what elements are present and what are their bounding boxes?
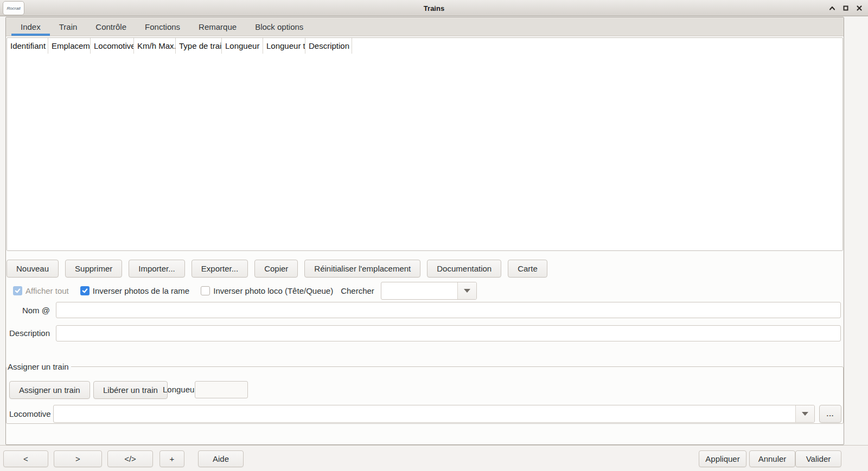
trains-table: Identifiant Emplacement Locomotive Km/h … (7, 37, 843, 251)
titlebar[interactable]: Rocrail Trains (0, 0, 868, 16)
col-description[interactable]: Description (305, 38, 352, 54)
prev-button[interactable]: < (3, 450, 48, 467)
col-locomotive[interactable]: Locomotive (91, 38, 134, 54)
inverser-photos-rame-checkbox[interactable]: Inverser photos de la rame (80, 286, 189, 295)
supprimer-button[interactable]: Supprimer (65, 260, 122, 278)
longueur-label: Longueur (163, 385, 197, 394)
tab-controle[interactable]: Contrôle (86, 17, 136, 36)
close-icon[interactable] (852, 2, 866, 15)
tab-block-options[interactable]: Block options (246, 17, 312, 36)
app-logo-text: Rocrail (7, 6, 21, 11)
locomotive-browse-button[interactable]: ... (819, 405, 841, 423)
inverser-photo-loco-label: Inverser photo loco (Tête/Queue) (213, 286, 333, 295)
assigner-un-train-group: Assigner un train Assigner un train Libé… (6, 362, 844, 424)
filters-row: Afficher tout Inverser photos de la rame… (8, 281, 477, 300)
afficher-tout-checkbox[interactable]: Afficher tout (13, 286, 69, 295)
aide-button[interactable]: Aide (198, 450, 244, 467)
chevron-down-icon (802, 412, 808, 416)
assigner-un-train-button[interactable]: Assigner un train (9, 381, 90, 399)
combo-dropdown-button[interactable] (457, 282, 476, 299)
xml-button[interactable]: </> (107, 450, 153, 467)
valider-button[interactable]: Valider (795, 450, 841, 467)
footer-bar: < > </> + Aide Appliquer Annuler Valider (0, 445, 868, 471)
maximize-icon[interactable] (839, 2, 852, 15)
longueur-input[interactable] (195, 381, 248, 398)
appliquer-button[interactable]: Appliquer (699, 450, 746, 467)
checkbox-checked-icon (80, 286, 90, 295)
afficher-tout-label: Afficher tout (25, 286, 69, 295)
carte-button[interactable]: Carte (508, 260, 547, 278)
chercher-label: Chercher (341, 286, 374, 295)
table-body[interactable] (7, 54, 843, 250)
col-longueur[interactable]: Longueur (222, 38, 263, 54)
documentation-button[interactable]: Documentation (427, 260, 501, 278)
description-row: Description (6, 325, 841, 341)
add-button[interactable]: + (159, 450, 184, 467)
combo-dropdown-button[interactable] (795, 405, 814, 422)
next-button[interactable]: > (54, 450, 102, 467)
assigner-un-train-legend: Assigner un train (7, 362, 71, 371)
tab-fonctions[interactable]: Fonctions (136, 17, 189, 36)
chevron-down-icon (464, 289, 470, 293)
col-emplacement[interactable]: Emplacement (48, 38, 91, 54)
chercher-combobox[interactable] (381, 282, 477, 300)
actions-row: Nouveau Supprimer Importer... Exporter..… (7, 260, 547, 278)
ellipsis-label: ... (827, 410, 834, 418)
tab-remarque[interactable]: Remarque (189, 17, 246, 36)
inverser-photos-rame-label: Inverser photos de la rame (93, 286, 189, 295)
checkbox-checked-icon (13, 286, 22, 295)
annuler-button[interactable]: Annuler (749, 450, 795, 467)
inverser-photo-loco-checkbox[interactable]: Inverser photo loco (Tête/Queue) (201, 286, 333, 295)
nouveau-button[interactable]: Nouveau (7, 260, 59, 278)
col-identifiant[interactable]: Identifiant (7, 38, 48, 54)
description-label: Description (6, 328, 50, 338)
col-longueur-totale[interactable]: Longueur totale (263, 38, 305, 54)
minimize-icon[interactable] (825, 2, 839, 15)
copier-button[interactable]: Copier (254, 260, 298, 278)
col-filler (352, 38, 843, 54)
col-type-de-train[interactable]: Type de train (176, 38, 222, 54)
locomotive-combobox[interactable] (53, 405, 815, 423)
reinitialiser-emplacement-button[interactable]: Réinitialiser l'emplacement (304, 260, 420, 278)
liberer-un-train-button[interactable]: Libérer un train (93, 381, 168, 399)
window-controls (825, 0, 866, 16)
checkbox-unchecked-icon (201, 286, 210, 295)
nom-input[interactable] (56, 302, 841, 318)
table-header: Identifiant Emplacement Locomotive Km/h … (7, 38, 843, 54)
col-kmh-max[interactable]: Km/h Max. (134, 38, 176, 54)
exporter-button[interactable]: Exporter... (192, 260, 248, 278)
description-input[interactable] (56, 325, 841, 341)
trains-dialog: Index Train Contrôle Fonctions Remarque … (5, 17, 844, 445)
importer-button[interactable]: Importer... (129, 260, 185, 278)
nom-row: Nom @ (6, 302, 841, 318)
nom-label: Nom @ (6, 306, 50, 315)
tab-strip: Index Train Contrôle Fonctions Remarque … (6, 17, 844, 36)
tab-index[interactable]: Index (11, 17, 50, 36)
locomotive-label: Locomotive (9, 409, 51, 418)
app-logo-icon: Rocrail (3, 1, 24, 15)
tab-train[interactable]: Train (50, 17, 87, 36)
window-title: Trains (0, 0, 868, 16)
